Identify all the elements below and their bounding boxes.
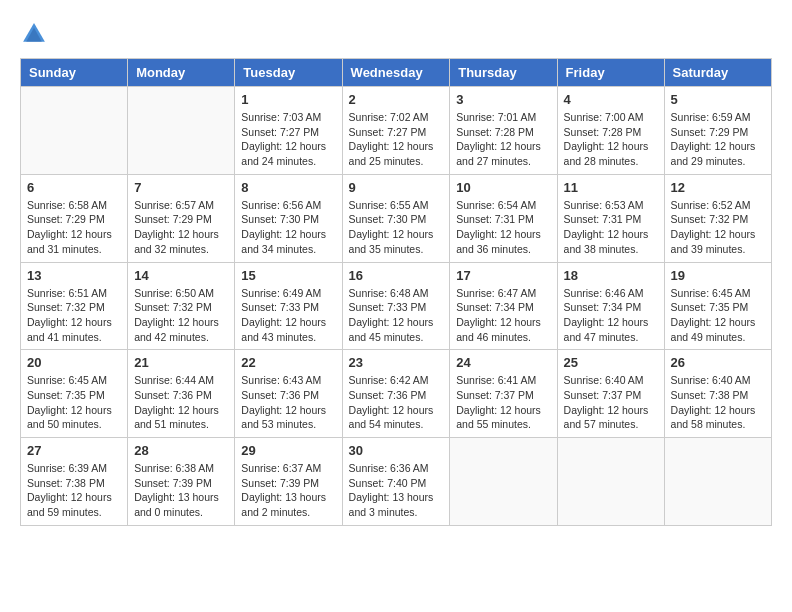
day-number: 15 <box>241 268 335 283</box>
day-number: 1 <box>241 92 335 107</box>
day-number: 7 <box>134 180 228 195</box>
calendar-cell: 30Sunrise: 6:36 AM Sunset: 7:40 PM Dayli… <box>342 438 450 526</box>
calendar-cell: 13Sunrise: 6:51 AM Sunset: 7:32 PM Dayli… <box>21 262 128 350</box>
day-info: Sunrise: 6:48 AM Sunset: 7:33 PM Dayligh… <box>349 286 444 345</box>
weekday-header: Friday <box>557 59 664 87</box>
calendar-cell: 20Sunrise: 6:45 AM Sunset: 7:35 PM Dayli… <box>21 350 128 438</box>
day-number: 6 <box>27 180 121 195</box>
weekday-header: Monday <box>128 59 235 87</box>
calendar-cell: 21Sunrise: 6:44 AM Sunset: 7:36 PM Dayli… <box>128 350 235 438</box>
day-number: 9 <box>349 180 444 195</box>
day-info: Sunrise: 6:42 AM Sunset: 7:36 PM Dayligh… <box>349 373 444 432</box>
day-number: 21 <box>134 355 228 370</box>
day-number: 5 <box>671 92 765 107</box>
day-info: Sunrise: 6:57 AM Sunset: 7:29 PM Dayligh… <box>134 198 228 257</box>
page-header <box>20 20 772 48</box>
day-info: Sunrise: 6:40 AM Sunset: 7:37 PM Dayligh… <box>564 373 658 432</box>
calendar-week-row: 6Sunrise: 6:58 AM Sunset: 7:29 PM Daylig… <box>21 174 772 262</box>
day-info: Sunrise: 6:37 AM Sunset: 7:39 PM Dayligh… <box>241 461 335 520</box>
calendar-cell: 15Sunrise: 6:49 AM Sunset: 7:33 PM Dayli… <box>235 262 342 350</box>
day-number: 18 <box>564 268 658 283</box>
logo <box>20 20 52 48</box>
day-info: Sunrise: 6:45 AM Sunset: 7:35 PM Dayligh… <box>27 373 121 432</box>
calendar-cell: 9Sunrise: 6:55 AM Sunset: 7:30 PM Daylig… <box>342 174 450 262</box>
calendar-cell: 12Sunrise: 6:52 AM Sunset: 7:32 PM Dayli… <box>664 174 771 262</box>
calendar-cell: 18Sunrise: 6:46 AM Sunset: 7:34 PM Dayli… <box>557 262 664 350</box>
calendar-cell <box>128 87 235 175</box>
day-info: Sunrise: 6:38 AM Sunset: 7:39 PM Dayligh… <box>134 461 228 520</box>
day-number: 16 <box>349 268 444 283</box>
day-info: Sunrise: 6:52 AM Sunset: 7:32 PM Dayligh… <box>671 198 765 257</box>
calendar-cell: 6Sunrise: 6:58 AM Sunset: 7:29 PM Daylig… <box>21 174 128 262</box>
day-number: 11 <box>564 180 658 195</box>
day-number: 17 <box>456 268 550 283</box>
calendar-table: SundayMondayTuesdayWednesdayThursdayFrid… <box>20 58 772 526</box>
day-info: Sunrise: 6:45 AM Sunset: 7:35 PM Dayligh… <box>671 286 765 345</box>
day-number: 19 <box>671 268 765 283</box>
day-number: 30 <box>349 443 444 458</box>
day-number: 12 <box>671 180 765 195</box>
day-info: Sunrise: 7:01 AM Sunset: 7:28 PM Dayligh… <box>456 110 550 169</box>
calendar-week-row: 27Sunrise: 6:39 AM Sunset: 7:38 PM Dayli… <box>21 438 772 526</box>
day-number: 29 <box>241 443 335 458</box>
day-info: Sunrise: 6:58 AM Sunset: 7:29 PM Dayligh… <box>27 198 121 257</box>
weekday-header: Saturday <box>664 59 771 87</box>
day-number: 3 <box>456 92 550 107</box>
weekday-header: Thursday <box>450 59 557 87</box>
calendar-cell <box>664 438 771 526</box>
calendar-cell: 14Sunrise: 6:50 AM Sunset: 7:32 PM Dayli… <box>128 262 235 350</box>
day-info: Sunrise: 6:59 AM Sunset: 7:29 PM Dayligh… <box>671 110 765 169</box>
calendar-cell: 8Sunrise: 6:56 AM Sunset: 7:30 PM Daylig… <box>235 174 342 262</box>
day-number: 24 <box>456 355 550 370</box>
day-number: 2 <box>349 92 444 107</box>
calendar-week-row: 20Sunrise: 6:45 AM Sunset: 7:35 PM Dayli… <box>21 350 772 438</box>
day-number: 26 <box>671 355 765 370</box>
day-number: 20 <box>27 355 121 370</box>
day-info: Sunrise: 6:44 AM Sunset: 7:36 PM Dayligh… <box>134 373 228 432</box>
calendar-week-row: 13Sunrise: 6:51 AM Sunset: 7:32 PM Dayli… <box>21 262 772 350</box>
day-number: 10 <box>456 180 550 195</box>
day-info: Sunrise: 6:46 AM Sunset: 7:34 PM Dayligh… <box>564 286 658 345</box>
calendar-cell: 29Sunrise: 6:37 AM Sunset: 7:39 PM Dayli… <box>235 438 342 526</box>
calendar-cell: 16Sunrise: 6:48 AM Sunset: 7:33 PM Dayli… <box>342 262 450 350</box>
calendar-cell: 7Sunrise: 6:57 AM Sunset: 7:29 PM Daylig… <box>128 174 235 262</box>
day-info: Sunrise: 6:39 AM Sunset: 7:38 PM Dayligh… <box>27 461 121 520</box>
day-number: 13 <box>27 268 121 283</box>
calendar-cell: 23Sunrise: 6:42 AM Sunset: 7:36 PM Dayli… <box>342 350 450 438</box>
calendar-cell: 1Sunrise: 7:03 AM Sunset: 7:27 PM Daylig… <box>235 87 342 175</box>
calendar-cell: 19Sunrise: 6:45 AM Sunset: 7:35 PM Dayli… <box>664 262 771 350</box>
day-number: 14 <box>134 268 228 283</box>
day-info: Sunrise: 7:00 AM Sunset: 7:28 PM Dayligh… <box>564 110 658 169</box>
calendar-week-row: 1Sunrise: 7:03 AM Sunset: 7:27 PM Daylig… <box>21 87 772 175</box>
calendar-cell: 10Sunrise: 6:54 AM Sunset: 7:31 PM Dayli… <box>450 174 557 262</box>
calendar-cell: 17Sunrise: 6:47 AM Sunset: 7:34 PM Dayli… <box>450 262 557 350</box>
calendar-cell: 2Sunrise: 7:02 AM Sunset: 7:27 PM Daylig… <box>342 87 450 175</box>
day-info: Sunrise: 6:54 AM Sunset: 7:31 PM Dayligh… <box>456 198 550 257</box>
calendar-cell: 26Sunrise: 6:40 AM Sunset: 7:38 PM Dayli… <box>664 350 771 438</box>
calendar-cell: 25Sunrise: 6:40 AM Sunset: 7:37 PM Dayli… <box>557 350 664 438</box>
calendar-cell: 24Sunrise: 6:41 AM Sunset: 7:37 PM Dayli… <box>450 350 557 438</box>
day-info: Sunrise: 6:36 AM Sunset: 7:40 PM Dayligh… <box>349 461 444 520</box>
day-info: Sunrise: 6:49 AM Sunset: 7:33 PM Dayligh… <box>241 286 335 345</box>
day-info: Sunrise: 7:03 AM Sunset: 7:27 PM Dayligh… <box>241 110 335 169</box>
day-info: Sunrise: 6:50 AM Sunset: 7:32 PM Dayligh… <box>134 286 228 345</box>
calendar-cell: 11Sunrise: 6:53 AM Sunset: 7:31 PM Dayli… <box>557 174 664 262</box>
logo-icon <box>20 20 48 48</box>
day-info: Sunrise: 6:56 AM Sunset: 7:30 PM Dayligh… <box>241 198 335 257</box>
day-number: 22 <box>241 355 335 370</box>
weekday-header: Tuesday <box>235 59 342 87</box>
calendar-cell: 4Sunrise: 7:00 AM Sunset: 7:28 PM Daylig… <box>557 87 664 175</box>
calendar-cell: 3Sunrise: 7:01 AM Sunset: 7:28 PM Daylig… <box>450 87 557 175</box>
calendar-cell: 28Sunrise: 6:38 AM Sunset: 7:39 PM Dayli… <box>128 438 235 526</box>
calendar-cell: 5Sunrise: 6:59 AM Sunset: 7:29 PM Daylig… <box>664 87 771 175</box>
day-number: 25 <box>564 355 658 370</box>
calendar-cell: 22Sunrise: 6:43 AM Sunset: 7:36 PM Dayli… <box>235 350 342 438</box>
day-info: Sunrise: 6:41 AM Sunset: 7:37 PM Dayligh… <box>456 373 550 432</box>
day-info: Sunrise: 6:47 AM Sunset: 7:34 PM Dayligh… <box>456 286 550 345</box>
weekday-header-row: SundayMondayTuesdayWednesdayThursdayFrid… <box>21 59 772 87</box>
calendar-cell <box>557 438 664 526</box>
weekday-header: Wednesday <box>342 59 450 87</box>
calendar-cell: 27Sunrise: 6:39 AM Sunset: 7:38 PM Dayli… <box>21 438 128 526</box>
day-info: Sunrise: 6:53 AM Sunset: 7:31 PM Dayligh… <box>564 198 658 257</box>
day-info: Sunrise: 6:43 AM Sunset: 7:36 PM Dayligh… <box>241 373 335 432</box>
